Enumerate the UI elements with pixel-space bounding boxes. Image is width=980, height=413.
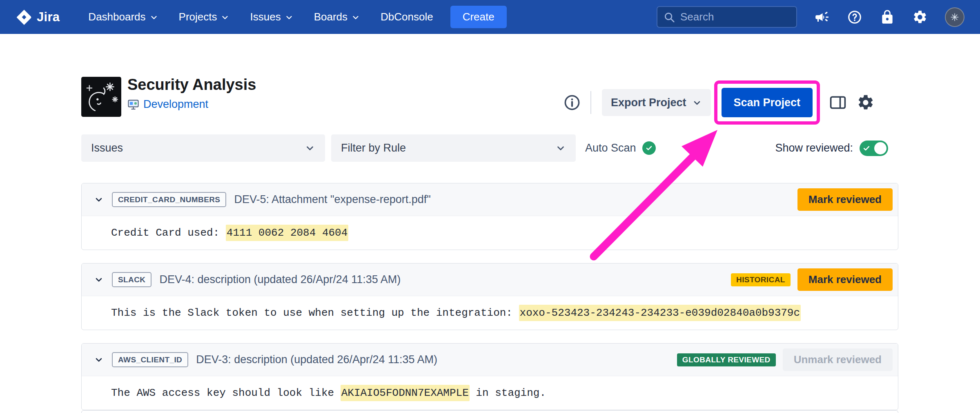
rule-badge: SLACK	[112, 272, 151, 287]
finding-card: SLACK DEV-4: description (updated 26/Apr…	[81, 263, 898, 330]
rule-dropdown-value: Filter by Rule	[341, 142, 406, 154]
chevron-down-icon[interactable]	[94, 355, 104, 365]
show-reviewed-control: Show reviewed:	[775, 134, 888, 162]
nav-dbconsole[interactable]: DbConsole	[381, 11, 433, 23]
mark-reviewed-button[interactable]: Mark reviewed	[797, 188, 893, 211]
mark-reviewed-button[interactable]: Mark reviewed	[797, 268, 893, 291]
nav-projects-label: Projects	[179, 11, 217, 23]
chevron-down-icon	[351, 13, 360, 22]
globally-reviewed-badge: GLOBALLY REVIEWED	[677, 353, 776, 366]
finding-body: The AWS access key should look like AKIA…	[82, 376, 898, 410]
issues-dropdown-value: Issues	[91, 142, 123, 154]
auto-scan-label: Auto Scan	[585, 142, 636, 154]
chevron-down-icon	[220, 13, 229, 22]
create-button[interactable]: Create	[450, 6, 507, 28]
brand-name: Jira	[37, 10, 60, 25]
finding-text: Credit Card used:	[111, 227, 226, 239]
help-icon[interactable]	[847, 9, 862, 25]
auto-scan-check-icon	[642, 141, 656, 155]
nav-dashboards-label: Dashboards	[88, 11, 145, 23]
header-actions: Export Project Scan Project	[564, 80, 875, 125]
finding-card-header: SLACK DEV-4: description (updated 26/Apr…	[82, 263, 898, 296]
finding-card: CREDIT_CARD_NUMBERS DEV-5: Attachment "e…	[81, 183, 898, 250]
finding-card-header: CREDIT_CARD_NUMBERS DEV-5: Attachment "e…	[82, 183, 898, 216]
project-link[interactable]: Development	[143, 98, 208, 111]
navbar-icon-group	[814, 7, 964, 27]
finding-title: DEV-3: description (updated 26/Apr/24 11…	[196, 353, 437, 366]
jira-mark-icon	[16, 9, 33, 26]
secret-highlight: AKIAIO5FODNN7EXAMPLE	[341, 385, 470, 401]
chevron-down-icon	[285, 13, 294, 22]
chevron-down-icon	[149, 13, 158, 22]
chevron-down-icon[interactable]	[94, 275, 104, 285]
finding-text: This is the Slack token to use when sett…	[111, 307, 519, 319]
nav-boards-label: Boards	[314, 11, 347, 23]
finding-text: in staging.	[470, 387, 546, 399]
chevron-down-icon	[692, 98, 702, 108]
side-panel-icon[interactable]	[829, 94, 847, 112]
chevron-down-icon[interactable]	[94, 195, 104, 205]
settings-gear-icon[interactable]	[857, 94, 875, 112]
nav-boards[interactable]: Boards	[314, 11, 360, 23]
finding-title: DEV-4: description (updated 26/Apr/24 11…	[159, 273, 401, 286]
nav-issues[interactable]: Issues	[250, 11, 293, 23]
finding-actions: Mark reviewed	[797, 188, 893, 211]
toggle-knob	[874, 142, 886, 154]
unmark-reviewed-button[interactable]: Unmark reviewed	[783, 348, 893, 371]
rule-badge: CREDIT_CARD_NUMBERS	[112, 192, 226, 207]
lock-icon[interactable]	[880, 9, 895, 25]
user-avatar[interactable]	[945, 7, 964, 27]
filter-by-rule-dropdown[interactable]: Filter by Rule	[331, 134, 576, 162]
issues-dropdown[interactable]: Issues	[81, 134, 325, 162]
project-type-icon	[127, 98, 139, 110]
finding-card: AWS_CLIENT_ID DEV-3: description (update…	[81, 343, 898, 410]
jira-logo[interactable]: Jira	[16, 9, 60, 26]
chevron-down-icon	[555, 143, 566, 154]
export-project-button[interactable]: Export Project	[602, 89, 711, 116]
primary-nav: Dashboards Projects Issues Boards DbCons…	[88, 11, 433, 23]
page-title: Security Analysis	[127, 76, 256, 94]
vertical-divider	[590, 91, 591, 114]
top-navbar: Jira Dashboards Projects Issues Boards D…	[0, 0, 980, 34]
nav-issues-label: Issues	[250, 11, 281, 23]
project-breadcrumb: Development	[127, 98, 208, 111]
finding-title: DEV-5: Attachment "expense-report.pdf"	[234, 193, 430, 206]
chevron-down-icon	[305, 143, 315, 154]
info-icon[interactable]	[564, 94, 581, 111]
finding-body: This is the Slack token to use when sett…	[82, 296, 898, 330]
finding-actions: HISTORICAL Mark reviewed	[731, 268, 893, 291]
historical-badge: HISTORICAL	[731, 273, 791, 286]
annotation-highlight-box: Scan Project	[714, 80, 820, 125]
rule-badge: AWS_CLIENT_ID	[112, 352, 188, 367]
gear-icon[interactable]	[912, 9, 928, 25]
search-icon	[663, 11, 675, 23]
toggle-check-icon	[862, 144, 871, 152]
nav-dbconsole-label: DbConsole	[381, 11, 433, 23]
project-avatar	[81, 77, 121, 117]
show-reviewed-toggle[interactable]	[860, 141, 888, 156]
search-box[interactable]	[657, 6, 797, 28]
secret-highlight: 4111 0062 2084 4604	[226, 225, 348, 241]
scan-results-list: CREDIT_CARD_NUMBERS DEV-5: Attachment "e…	[81, 183, 898, 410]
search-input[interactable]	[680, 11, 791, 23]
nav-dashboards[interactable]: Dashboards	[88, 11, 158, 23]
show-reviewed-label: Show reviewed:	[775, 142, 853, 154]
finding-text: The AWS access key should look like	[111, 387, 341, 399]
finding-card-header: AWS_CLIENT_ID DEV-3: description (update…	[82, 344, 898, 376]
avatar-glyph-icon	[949, 12, 960, 22]
nav-projects[interactable]: Projects	[179, 11, 230, 23]
next-card-edge	[81, 410, 898, 413]
auto-scan-status: Auto Scan	[585, 134, 656, 162]
secret-highlight: xoxo-523423-234243-234233-e039d02840a0b9…	[519, 305, 801, 321]
announcements-icon[interactable]	[814, 9, 830, 25]
export-project-label: Export Project	[611, 96, 686, 109]
scan-project-button[interactable]: Scan Project	[722, 88, 813, 117]
finding-body: Credit Card used: 4111 0062 2084 4604	[82, 216, 898, 250]
finding-actions: GLOBALLY REVIEWED Unmark reviewed	[677, 348, 893, 371]
